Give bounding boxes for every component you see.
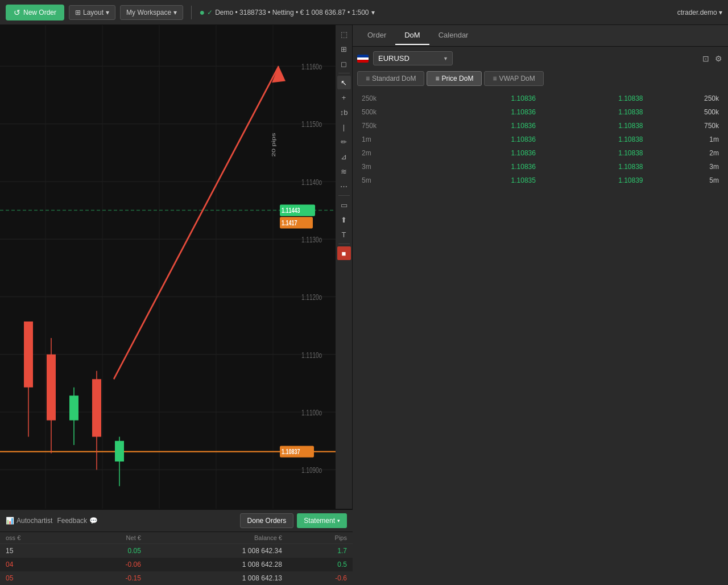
statement-arrow-icon: ▾ (337, 518, 340, 524)
svg-text:1.1100o: 1.1100o (301, 408, 322, 417)
grid-tool-btn[interactable]: ⊞ (337, 42, 351, 56)
demo-arrow: ▾ (371, 9, 375, 17)
dom-subtab-standard[interactable]: ≡ Standard DoM (357, 71, 424, 86)
tab-calendar[interactable]: Calendar (429, 26, 478, 45)
stop-tool-btn[interactable]: ■ (337, 246, 351, 260)
order-net: -0.15 (72, 571, 146, 585)
top-bar: ↺ New Order ⊞ Layout ▾ My Workspace ▾ ● … (0, 0, 728, 25)
dom-bid: 1.10836 (433, 160, 540, 174)
dom-size-left: 500k (357, 105, 433, 119)
svg-text:1.1120o: 1.1120o (301, 293, 322, 302)
demo-info: ● ✓ Demo • 3188733 • Netting • € 1 008 6… (200, 7, 375, 18)
rect-tool-btn[interactable]: ◻ (337, 57, 351, 71)
dom-bid: 1.10836 (433, 146, 540, 160)
order-pips: 0.5 (288, 558, 353, 571)
dom-bid: 1.10835 (433, 174, 540, 187)
multiline-tool-btn[interactable]: ≋ (337, 164, 351, 178)
dom-table-row[interactable]: 500k 1.10836 1.10838 500k (357, 105, 723, 119)
dom-ask: 1.10838 (540, 105, 648, 119)
orders-table-row: 15 0.05 1 008 642.34 1.7 (0, 544, 353, 558)
statement-btn[interactable]: Statement ▾ (297, 513, 347, 528)
arrow-tool-btn[interactable]: ↕b (337, 105, 351, 119)
upload-tool-btn[interactable]: ⬆ (337, 213, 351, 226)
symbol-select[interactable]: EURUSD (373, 51, 453, 65)
demo-account-info: Demo • 3188733 • Netting • € 1 008 636.8… (215, 9, 369, 17)
dom-subtab-price[interactable]: ≡ Price DoM (427, 71, 482, 86)
tab-dom[interactable]: DoM (395, 26, 429, 45)
svg-text:1.1417: 1.1417 (282, 219, 297, 226)
price-dom-icon: ≡ (435, 75, 439, 83)
tool-sidebar: ⬚ ⊞ ◻ ↖ + ↕b | ✏ ⊿ ≋ ⋯ ▭ ⬆ T ■ (336, 25, 353, 585)
dom-ask: 1.10838 (540, 119, 648, 133)
pen-tool-btn[interactable]: ✏ (337, 135, 351, 149)
dom-ask: 1.10838 (540, 160, 648, 174)
orders-table: oss € Net € Balance € Pips 15 0.05 1 008… (0, 532, 353, 585)
col-loss: oss € (0, 532, 72, 544)
order-balance: 1 008 642.28 (147, 558, 288, 571)
crosshair-tool-btn[interactable]: + (337, 90, 351, 104)
dom-table-row[interactable]: 750k 1.10836 1.10838 750k (357, 119, 723, 133)
chart-container[interactable]: 1.1160o 1.1150o 1.1140o 1.1130o 1.1120o … (0, 25, 336, 585)
svg-rect-22 (47, 355, 56, 421)
order-balance: 1 008 642.13 (147, 571, 288, 585)
dom-table-row[interactable]: 5m 1.10835 1.10839 5m (357, 174, 723, 187)
tab-order[interactable]: Order (358, 26, 395, 45)
symbol-select-wrapper[interactable]: EURUSD (373, 51, 453, 65)
dom-size-right: 5m (648, 174, 723, 187)
svg-text:1.1130o: 1.1130o (301, 235, 322, 244)
order-pips: 1.7 (288, 544, 353, 558)
main-layout: 1.1160o 1.1150o 1.1140o 1.1130o 1.1120o … (0, 25, 728, 585)
svg-text:1.1110o: 1.1110o (301, 351, 322, 360)
dom-ask: 1.10838 (540, 133, 648, 146)
col-balance: Balance € (147, 532, 288, 544)
order-loss: 04 (0, 558, 72, 571)
dom-subtab-vwap[interactable]: ≡ VWAP DoM (484, 71, 543, 86)
dom-detach-btn[interactable]: ⊡ (701, 53, 710, 64)
autochartist-btn[interactable]: 📊 Autochartist (6, 517, 52, 525)
order-net: 0.05 (72, 544, 146, 558)
svg-text:1.1090o: 1.1090o (301, 465, 322, 475)
svg-text:1.10837: 1.10837 (282, 447, 300, 455)
dom-size-left: 5m (357, 174, 433, 187)
dom-bid: 1.10836 (433, 133, 540, 146)
text-tool-btn[interactable]: T (337, 228, 351, 241)
chart-svg: 1.1160o 1.1150o 1.1140o 1.1130o 1.1120o … (0, 25, 336, 585)
right-panel: Order DoM Calendar EURUSD ⊡ ⚙ (353, 25, 728, 585)
tool-divider-1 (338, 73, 350, 73)
dom-size-right: 750k (648, 119, 723, 133)
line-tool-btn[interactable]: | (337, 120, 351, 134)
dom-table-row[interactable]: 2m 1.10836 1.10838 2m (357, 146, 723, 160)
col-pips: Pips (288, 532, 353, 544)
layout-arrow: ▾ (106, 9, 109, 17)
feedback-btn[interactable]: Feedback 💬 (57, 517, 98, 525)
dom-size-right: 500k (648, 105, 723, 119)
layout-button[interactable]: ⊞ Layout ▾ (69, 5, 115, 20)
autochartist-icon: 📊 (6, 517, 14, 525)
feedback-icon: 💬 (89, 517, 98, 525)
orders-table-row: 05 -0.15 1 008 642.13 -0.6 (0, 571, 353, 585)
dom-table-row[interactable]: 1m 1.10836 1.10838 1m (357, 133, 723, 146)
svg-text:1.1150o: 1.1150o (301, 120, 322, 129)
dom-size-right: 2m (648, 146, 723, 160)
ctrader-label[interactable]: ctrader.demo ▾ (677, 9, 722, 17)
new-order-button[interactable]: ↺ New Order (6, 5, 64, 20)
dotted-tool-btn[interactable]: ⋯ (337, 179, 351, 193)
dom-content: EURUSD ⊡ ⚙ ≡ Standard DoM ≡ Price DoM (353, 47, 728, 585)
bottom-panel: 📊 Autochartist Feedback 💬 Done Orders St… (0, 509, 353, 585)
frame-tool-btn[interactable]: ▭ (337, 198, 351, 212)
autochartist-label: Autochartist (16, 517, 52, 525)
pattern-tool-btn[interactable]: ⊿ (337, 150, 351, 163)
dom-table-row[interactable]: 250k 1.10836 1.10838 250k (357, 92, 723, 105)
cursor-tool-btn[interactable]: ↖ (337, 76, 351, 89)
workspace-button[interactable]: My Workspace ▾ (120, 5, 183, 20)
done-orders-btn[interactable]: Done Orders (240, 513, 294, 528)
dom-ask: 1.10839 (540, 174, 648, 187)
new-order-icon: ↺ (14, 8, 20, 17)
dom-table-row[interactable]: 3m 1.10836 1.10838 3m (357, 160, 723, 174)
dom-settings-btn[interactable]: ⚙ (714, 53, 723, 64)
dom-size-left: 750k (357, 119, 433, 133)
vwap-dom-icon: ≡ (493, 75, 497, 83)
screenshot-tool-btn[interactable]: ⬚ (337, 27, 351, 41)
layout-label: Layout (83, 9, 104, 17)
dom-ask: 1.10838 (540, 146, 648, 160)
